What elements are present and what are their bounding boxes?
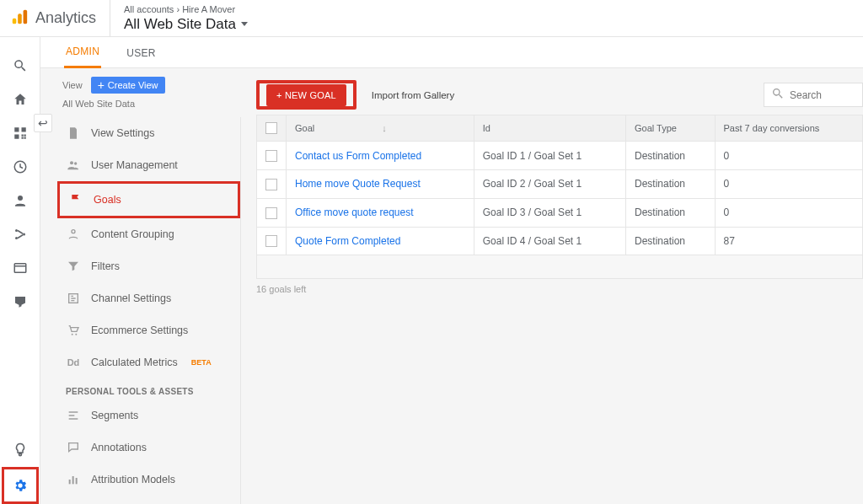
view-label: View bbox=[62, 80, 83, 90]
speech-icon bbox=[66, 440, 81, 455]
search-box[interactable] bbox=[764, 83, 863, 107]
goal-conversions: 87 bbox=[715, 227, 862, 255]
nav-audience[interactable] bbox=[0, 184, 40, 217]
svg-rect-1 bbox=[18, 13, 22, 24]
table-row: Office move quote request Goal ID 3 / Go… bbox=[257, 198, 863, 227]
menu-label: Goals bbox=[94, 194, 121, 206]
svg-rect-15 bbox=[14, 264, 26, 273]
svg-rect-0 bbox=[13, 19, 17, 24]
menu-user-management[interactable]: User Management bbox=[57, 149, 240, 181]
select-all-checkbox[interactable] bbox=[265, 122, 277, 134]
person-outline-icon bbox=[66, 227, 81, 242]
menu-channel-settings[interactable]: Channel Settings bbox=[57, 282, 240, 314]
menu-segments[interactable]: Segments bbox=[57, 399, 240, 432]
menu-calculated-metrics[interactable]: Dd Calculated Metrics BETA bbox=[57, 346, 240, 378]
menu-view-settings[interactable]: View Settings bbox=[57, 117, 240, 149]
goal-link[interactable]: Home move Quote Request bbox=[287, 169, 474, 198]
menu-annotations[interactable]: Annotations bbox=[57, 432, 240, 464]
new-goal-highlight: + NEW GOAL bbox=[256, 80, 356, 110]
col-type[interactable]: Goal Type bbox=[625, 115, 715, 142]
nav-realtime[interactable] bbox=[0, 150, 40, 184]
menu-attribution-models[interactable]: Attribution Models bbox=[57, 464, 240, 496]
menu-content-grouping[interactable]: Content Grouping bbox=[57, 218, 240, 250]
people-icon bbox=[66, 158, 81, 173]
row-checkbox[interactable] bbox=[265, 207, 277, 219]
goal-id: Goal ID 4 / Goal Set 1 bbox=[474, 227, 625, 255]
goal-link[interactable]: Office move quote request bbox=[287, 198, 474, 227]
table-header-row: Goal↓ Id Goal Type Past 7 day conversion… bbox=[257, 115, 863, 142]
row-checkbox[interactable] bbox=[265, 235, 277, 247]
document-icon bbox=[66, 126, 81, 141]
goal-type: Destination bbox=[625, 227, 715, 255]
goal-type: Destination bbox=[625, 169, 715, 198]
create-view-button[interactable]: + Create View bbox=[91, 77, 165, 94]
content: ADMIN USER ↩ View + Create View All Web … bbox=[40, 37, 863, 504]
col-conversions[interactable]: Past 7 day conversions bbox=[715, 115, 862, 142]
nav-home[interactable] bbox=[0, 83, 40, 116]
menu-ecommerce-settings[interactable]: Ecommerce Settings bbox=[57, 314, 240, 346]
nav-discover[interactable] bbox=[0, 433, 40, 467]
plus-icon: + bbox=[98, 81, 105, 89]
sort-indicator-icon: ↓ bbox=[382, 123, 387, 133]
nav-conversions[interactable] bbox=[0, 285, 40, 319]
breadcrumb-property[interactable]: Hire A Mover bbox=[182, 4, 235, 14]
collapse-handle[interactable]: ↩ bbox=[34, 114, 52, 132]
goal-link[interactable]: Contact us Form Completed bbox=[287, 142, 474, 170]
svg-rect-6 bbox=[21, 135, 23, 137]
goal-conversions: 0 bbox=[715, 198, 862, 227]
menu-label: Ecommerce Settings bbox=[91, 324, 188, 336]
svg-point-18 bbox=[72, 230, 75, 233]
goal-link[interactable]: Quote Form Completed bbox=[287, 227, 474, 255]
menu-label: Content Grouping bbox=[91, 228, 174, 240]
search-input[interactable] bbox=[790, 89, 857, 101]
goals-remaining: 16 goals left bbox=[256, 284, 863, 294]
goal-type: Destination bbox=[625, 142, 715, 170]
product-logo[interactable]: Analytics bbox=[10, 0, 110, 36]
table-filler-row bbox=[257, 255, 863, 279]
svg-rect-5 bbox=[14, 135, 19, 139]
tab-admin[interactable]: ADMIN bbox=[64, 37, 101, 68]
svg-point-17 bbox=[74, 162, 77, 164]
nav-behavior[interactable] bbox=[0, 251, 40, 285]
table-row: Quote Form Completed Goal ID 4 / Goal Se… bbox=[257, 227, 863, 255]
new-goal-button[interactable]: + NEW GOAL bbox=[266, 84, 346, 106]
funnel-icon bbox=[66, 259, 81, 274]
current-view-name[interactable]: All Web Site Data bbox=[57, 99, 241, 109]
breadcrumb: All accounts › Hire A Mover All Web Site… bbox=[110, 4, 248, 33]
nav-search[interactable] bbox=[0, 49, 40, 83]
dd-icon: Dd bbox=[66, 355, 81, 370]
product-name: Analytics bbox=[35, 9, 96, 27]
tab-user[interactable]: USER bbox=[125, 39, 158, 67]
col-id[interactable]: Id bbox=[474, 115, 625, 142]
import-from-gallery-link[interactable]: Import from Gallery bbox=[372, 90, 454, 100]
goals-table: Goal↓ Id Goal Type Past 7 day conversion… bbox=[256, 115, 863, 279]
menu-filters[interactable]: Filters bbox=[57, 250, 240, 282]
cart-icon bbox=[66, 323, 81, 338]
svg-point-14 bbox=[23, 233, 25, 236]
menu-label: Filters bbox=[91, 260, 120, 272]
menu-label: Annotations bbox=[91, 442, 147, 453]
col-goal[interactable]: Goal↓ bbox=[287, 115, 474, 142]
menu-custom-channel-grouping[interactable]: Custom Channel Grouping BETA bbox=[57, 496, 240, 504]
view-selector[interactable]: All Web Site Data bbox=[124, 16, 248, 33]
svg-point-16 bbox=[70, 161, 73, 164]
personal-tools-label: PERSONAL TOOLS & ASSETS bbox=[57, 378, 240, 399]
row-checkbox[interactable] bbox=[265, 150, 277, 162]
menu-label: View Settings bbox=[91, 127, 155, 139]
svg-rect-2 bbox=[24, 10, 28, 24]
goal-conversions: 0 bbox=[715, 142, 862, 170]
svg-rect-7 bbox=[24, 135, 25, 137]
nav-acquisition[interactable] bbox=[0, 217, 40, 251]
menu-label: Attribution Models bbox=[91, 474, 175, 485]
channel-icon bbox=[66, 291, 81, 306]
goals-panel: + NEW GOAL Import from Gallery Goal↓ Id bbox=[241, 77, 863, 504]
row-checkbox[interactable] bbox=[265, 179, 277, 190]
menu-goals[interactable]: Goals bbox=[57, 181, 240, 218]
svg-rect-8 bbox=[21, 137, 23, 139]
analytics-logo-icon bbox=[10, 8, 29, 29]
breadcrumb-accounts[interactable]: All accounts bbox=[124, 4, 174, 14]
svg-rect-23 bbox=[72, 476, 74, 484]
table-row: Home move Quote Request Goal ID 2 / Goal… bbox=[257, 169, 863, 198]
view-selector-label: All Web Site Data bbox=[124, 16, 236, 33]
nav-admin[interactable] bbox=[6, 471, 35, 500]
